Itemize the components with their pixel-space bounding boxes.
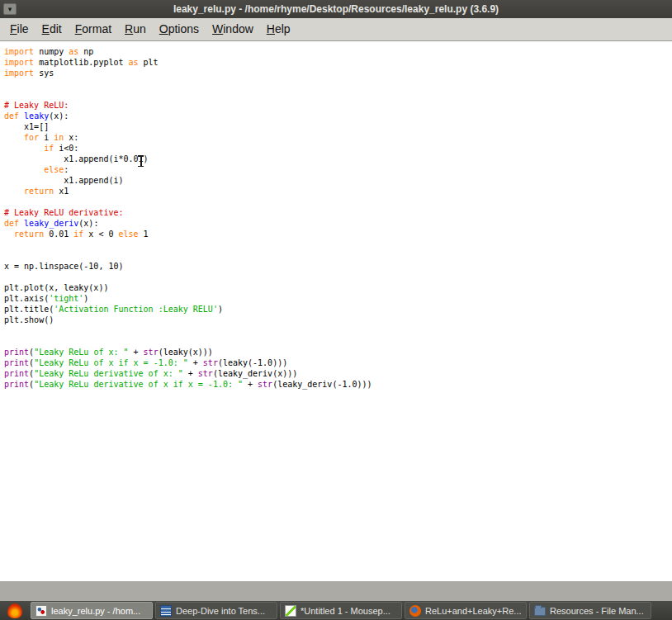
code-line: import sys [4,68,672,78]
code-line [4,336,672,347]
taskbar-item-label: *Untitled 1 - Mousep... [301,606,390,616]
code-line: plt.axis('tight') [4,293,672,304]
menu-bar: FileEditFormatRunOptionsWindowHelp [0,18,672,41]
taskbar-item-label: Resources - File Man... [550,606,644,616]
code-line: plt.show() [4,315,672,325]
code-line [4,272,672,282]
code-line [4,325,672,336]
taskbar-item[interactable]: Resources - File Man... [529,602,651,619]
code-line: x = np.linspace(-10, 10) [4,261,672,272]
code-line: print("Leaky ReLu of x: " + str(leaky(x)… [4,347,672,357]
code-line [4,250,672,261]
taskbar-item-label: Deep-Dive into Tens... [176,606,265,616]
mousepad-icon [285,605,296,617]
code-line: plt.plot(x, leaky(x)) [4,282,672,293]
code-line: print("Leaky ReLu derivative of x if x =… [4,379,672,390]
idle-window-icon [35,605,47,617]
code-line: def leaky(x): [4,111,672,121]
code-line [4,239,672,250]
title-bar: ▾ leaky_relu.py - /home/rhyme/Desktop/Re… [0,0,672,18]
taskbar-item[interactable]: Deep-Dive into Tens... [155,602,277,619]
code-line: plt.title('Activation Function :Leaky RE… [4,304,672,315]
code-area: import numpy as npimport matplotlib.pypl… [4,46,672,390]
code-line [4,196,672,207]
code-line: # Leaky ReLU derivative: [4,207,672,218]
code-line: for i in x: [4,132,672,143]
code-line [4,78,672,89]
desktop-strip [0,581,672,601]
document-icon [160,605,172,617]
taskbar-items: leaky_relu.py - /hom...Deep-Dive into Te… [31,602,651,619]
code-line: import numpy as np [4,46,672,57]
menu-edit[interactable]: Edit [35,18,69,40]
code-line: # Leaky ReLU: [4,100,672,111]
ibeam-cursor-icon [137,155,144,167]
menu-format[interactable]: Format [69,18,118,40]
code-line: x1=[] [4,121,672,132]
menu-help[interactable]: Help [260,18,297,40]
idle-editor-window: ▾ leaky_relu.py - /home/rhyme/Desktop/Re… [0,0,672,620]
code-line: print("Leaky ReLu of x if x = -1.0: " + … [4,357,672,368]
code-line [4,89,672,100]
code-line: return x1 [4,186,672,196]
window-title: leaky_relu.py - /home/rhyme/Desktop/Reso… [0,3,672,15]
menu-window[interactable]: Window [206,18,260,40]
code-line: def leaky_deriv(x): [4,218,672,229]
taskbar-item-label: ReLu+and+Leaky+Re... [425,606,522,616]
menu-file[interactable]: File [3,18,35,40]
code-line: else: [4,164,672,175]
editor[interactable]: import numpy as npimport matplotlib.pypl… [0,41,672,581]
menu-run[interactable]: Run [118,18,153,40]
code-line: print("Leaky ReLu derivative of x: " + s… [4,368,672,379]
taskbar: leaky_relu.py - /hom...Deep-Dive into Te… [0,601,672,620]
taskbar-item[interactable]: *Untitled 1 - Mousep... [280,602,402,619]
firefox-icon [409,605,421,617]
code-line: x1.append(i) [4,175,672,186]
code-line: x1.append(i*0.01) [4,154,672,164]
code-line: import matplotlib.pyplot as plt [4,57,672,68]
menu-options[interactable]: Options [153,18,206,40]
taskbar-item[interactable]: leaky_relu.py - /hom... [31,602,153,619]
taskbar-item[interactable]: ReLu+and+Leaky+Re... [405,602,527,619]
code-line: if i<0: [4,143,672,154]
code-line: return 0.01 if x < 0 else 1 [4,229,672,239]
folder-icon [534,607,546,616]
app-menu-icon[interactable] [7,603,22,618]
taskbar-item-label: leaky_relu.py - /hom... [51,606,140,616]
